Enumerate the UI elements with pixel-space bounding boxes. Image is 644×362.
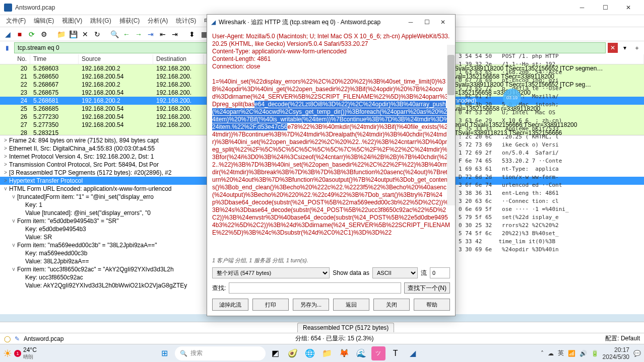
app-wireshark-icon[interactable]: ◢ — [406, 346, 420, 360]
show-as-label: Show data as — [333, 269, 369, 276]
find-icon[interactable]: 🔍 — [109, 29, 120, 40]
back-button[interactable]: 返回 — [333, 299, 369, 311]
col-time[interactable]: Time — [30, 54, 79, 64]
weather-temp[interactable]: 24°C — [23, 346, 37, 353]
tray-lang[interactable]: 英 — [558, 349, 564, 357]
stream-label: 流 — [421, 269, 427, 277]
status-capture-icon: ✎ — [15, 335, 20, 342]
app-firefox-icon[interactable]: 🦊 — [337, 346, 351, 360]
weather-desc: 晴朗 — [23, 353, 37, 360]
restart-icon[interactable]: ⟳ — [26, 29, 37, 40]
find-label: 查找: — [212, 284, 226, 293]
status-file: Antsword.pcap — [24, 335, 63, 342]
start-icon[interactable]: ◢ — [2, 29, 13, 40]
tray-notifications-icon[interactable]: 💬 — [633, 350, 641, 357]
taskbar-search[interactable]: 🔍 搜索 — [175, 346, 266, 360]
tray-date[interactable]: 2024/5/30 — [603, 353, 629, 360]
search-placeholder: 搜索 — [190, 349, 203, 357]
task-view-icon[interactable]: ◩ — [269, 346, 283, 360]
last-icon[interactable]: ⇥ — [169, 29, 180, 40]
app-pink-icon[interactable]: ツ — [371, 346, 385, 360]
find-input[interactable] — [229, 282, 401, 294]
close-dialog-button[interactable]: 关闭 — [373, 299, 410, 311]
app-explorer-icon[interactable]: 📁 — [320, 346, 334, 360]
tray-volume-icon[interactable]: 🔊 — [579, 350, 587, 357]
col-destination[interactable]: Destination — [153, 54, 204, 64]
app-avocado-icon[interactable]: 🥑 — [286, 346, 300, 360]
prev-icon[interactable]: ← — [121, 29, 132, 40]
status-packets: 分组: 654 · 已显示: 15 (2.3%) — [295, 334, 373, 343]
weather-badge: 1 — [14, 350, 21, 357]
dialog-close-button[interactable]: ✕ — [435, 15, 451, 30]
help-button[interactable]: 帮助 — [414, 299, 450, 311]
tab-reassembled[interactable]: Reassembled TCP (5172 bytes) — [297, 323, 394, 332]
minimize-button[interactable]: ─ — [570, 0, 594, 15]
filter-out-button[interactable]: 滤掉此流 — [212, 299, 248, 311]
close-file-icon[interactable]: ✕ — [80, 29, 91, 40]
menu-go[interactable]: 跳转(G) — [86, 16, 115, 26]
weather-icon: ☀ — [3, 347, 12, 359]
app-copilot-icon[interactable]: 🌐 — [303, 346, 317, 360]
stream-text-pre: User-Agent: Mozilla/5.0 (Macintosh; U; I… — [212, 33, 449, 108]
tray-wifi-icon[interactable]: 📶 — [568, 350, 575, 357]
stream-number-input[interactable] — [430, 267, 450, 278]
stream-info: 1 客户端 分组, 1 服务器 分组, 1 turn(s). — [207, 256, 455, 265]
byte-view-tabs: Reassembled TCP (5172 bytes) — [0, 322, 644, 333]
dialog-minimize-button[interactable]: ─ — [403, 15, 419, 30]
next-icon[interactable]: → — [133, 29, 144, 40]
save-as-button[interactable]: 另存为... — [293, 299, 329, 311]
bookmark-icon[interactable]: ▮ — [2, 43, 12, 53]
app-edge-icon[interactable]: 🌊 — [354, 346, 368, 360]
dialog-scrollbar[interactable] — [447, 45, 455, 205]
col-no[interactable]: No. — [0, 54, 30, 64]
search-icon: 🔍 — [180, 350, 187, 357]
stream-content[interactable]: User-Agent: Mozilla/5.0 (Macintosh; U; I… — [207, 30, 455, 256]
menu-capture[interactable]: 捕获(C) — [115, 16, 144, 26]
print-button[interactable]: 打印 — [252, 299, 289, 311]
app-icon — [4, 4, 12, 12]
find-next-button[interactable]: 查找下一个(N) — [404, 282, 450, 294]
tray-chevron-icon[interactable]: ˄ — [541, 350, 544, 357]
start-button[interactable]: ⊞ — [158, 346, 172, 360]
dialog-maximize-button[interactable]: ☐ — [419, 15, 435, 30]
stream-text-post: e78%22%3B%40mkdir(%24tmdir)%3Bif(!%40fil… — [212, 123, 450, 236]
timer-overlay: 03:19 — [503, 89, 521, 107]
stop-icon[interactable]: ■ — [14, 29, 25, 40]
taskbar: ☀ 1 24°C 晴朗 ⊞ 🔍 搜索 ◩ 🥑 🌐 📁 🦊 🌊 ツ T ◢ ˄ ☁… — [0, 344, 644, 362]
save-icon[interactable]: 💾 — [68, 29, 79, 40]
menu-edit[interactable]: 编辑(E) — [30, 16, 58, 26]
encoding-select[interactable]: ASCII — [372, 267, 418, 278]
window-title: Antsword.pcap — [15, 4, 570, 11]
tray-battery-icon[interactable]: 🔋 — [591, 350, 599, 357]
status-ready-icon: ◯ — [4, 335, 11, 342]
wireshark-icon: ◢ — [211, 19, 216, 26]
autoscroll-icon[interactable]: ⬍ — [186, 29, 198, 40]
menu-stats[interactable]: 统计(S) — [172, 16, 200, 26]
close-button[interactable]: ✕ — [617, 0, 640, 15]
maximize-button[interactable]: ☐ — [594, 0, 617, 15]
menu-analyze[interactable]: 分析(A) — [144, 16, 172, 26]
jump-icon[interactable]: ⇥ — [145, 29, 156, 40]
dialog-title: Wireshark · 追踪 HTTP 流 (tcp.stream eq 0) … — [219, 18, 403, 27]
hex-dump[interactable]: 3 54 54 50 POST /1. php HTTP 1 39 32 2e … — [456, 51, 644, 312]
app-text-icon[interactable]: T — [389, 346, 403, 360]
follow-stream-dialog: ◢ Wireshark · 追踪 HTTP 流 (tcp.stream eq 0… — [207, 14, 456, 316]
options-icon[interactable]: ⚙ — [38, 29, 49, 40]
col-source[interactable]: Source — [79, 54, 153, 64]
first-icon[interactable]: ⇤ — [157, 29, 168, 40]
status-profile: 配置: Default — [605, 334, 640, 343]
reload-icon[interactable]: ↻ — [92, 29, 103, 40]
tray-time[interactable]: 20:17 — [603, 346, 629, 353]
menu-file[interactable]: 文件(F) — [2, 16, 30, 26]
tray-onedrive-icon[interactable]: ☁ — [548, 350, 554, 357]
open-icon[interactable]: 📁 — [55, 29, 67, 40]
conversation-select[interactable]: 整个对话 (5477 bytes) — [212, 267, 330, 278]
menu-view[interactable]: 视图(V) — [58, 16, 86, 26]
